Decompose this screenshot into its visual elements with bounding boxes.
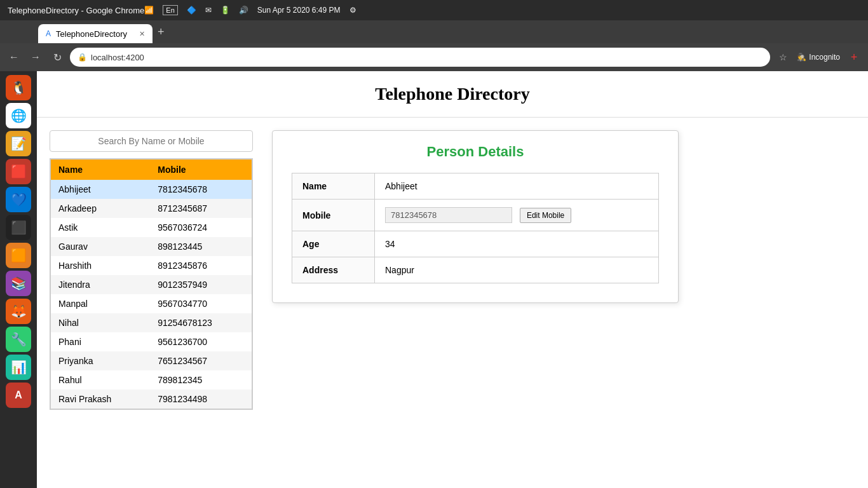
- details-card: Person Details Name Abhijeet Mobile: [272, 130, 679, 303]
- tab-title: TelephoneDirectory: [56, 29, 127, 39]
- titlebar-title: TelephoneDirectory - Google Chrome: [8, 6, 144, 15]
- address-label: Address: [292, 257, 375, 283]
- name-value: Abhijeet: [375, 173, 659, 200]
- table-cell-mobile: 789812345: [150, 370, 252, 390]
- address-bar: ← → ↻ 🔒 localhost:4200 ☆ 🕵 Incognito +: [0, 43, 868, 71]
- incognito-avatar: 🕵: [797, 53, 806, 62]
- incognito-button[interactable]: 🕵 Incognito: [797, 53, 840, 62]
- app1-icon[interactable]: 🟥: [6, 159, 31, 184]
- page-content: Telephone Directory Name Mobile A: [37, 71, 868, 488]
- terminal-icon[interactable]: ⬛: [6, 215, 31, 240]
- directory-table-wrapper: Name Mobile Abhijeet7812345678Arkadeep87…: [50, 158, 253, 410]
- add-button[interactable]: +: [845, 48, 863, 66]
- table-cell-name: Harshith: [51, 256, 151, 275]
- table-row[interactable]: Rahul789812345: [51, 370, 252, 390]
- table-cell-mobile: 8712345687: [150, 199, 252, 218]
- mobile-cell: Edit Mobile: [375, 200, 659, 231]
- table-cell-name: Rahul: [51, 370, 151, 390]
- bluetooth-icon: 🔷: [187, 6, 196, 15]
- table-body: Abhijeet7812345678Arkadeep8712345687Asti…: [51, 180, 252, 409]
- table-row[interactable]: Ravi Prakash7981234498: [51, 390, 252, 409]
- notes-icon[interactable]: 📝: [6, 131, 31, 156]
- address-box[interactable]: 🔒 localhost:4200: [70, 48, 770, 67]
- table-cell-mobile: 9012357949: [150, 275, 252, 294]
- table-cell-mobile: 9561236700: [150, 332, 252, 351]
- name-label: Name: [292, 173, 375, 200]
- age-label: Age: [292, 231, 375, 257]
- right-panel: Person Details Name Abhijeet Mobile: [272, 130, 679, 410]
- table-cell-mobile: 898123445: [150, 237, 252, 256]
- settings-icon: ⚙: [349, 6, 356, 15]
- app2-icon[interactable]: 🟧: [6, 243, 31, 268]
- table-cell-mobile: 7812345678: [150, 180, 252, 199]
- table-cell-mobile: 91254678123: [150, 313, 252, 332]
- lang-indicator: En: [163, 5, 177, 15]
- firefox-icon[interactable]: 🦊: [6, 299, 31, 324]
- tools-icon[interactable]: 🔧: [6, 327, 31, 352]
- mobile-input[interactable]: [385, 207, 512, 223]
- new-tab-button[interactable]: +: [153, 25, 170, 39]
- age-row: Age 34: [292, 231, 659, 257]
- table-row[interactable]: Priyanka7651234567: [51, 351, 252, 370]
- browser-tabbar: A TelephoneDirectory ✕ +: [0, 20, 868, 43]
- table-row[interactable]: Jitendra9012357949: [51, 275, 252, 294]
- table-cell-name: Abhijeet: [51, 180, 151, 199]
- edit-mobile-button[interactable]: Edit Mobile: [520, 208, 571, 223]
- datetime: Sun Apr 5 2020 6:49 PM: [257, 6, 341, 15]
- table-cell-name: Priyanka: [51, 351, 151, 370]
- active-tab[interactable]: A TelephoneDirectory ✕: [38, 24, 153, 43]
- table-header: Name Mobile: [51, 159, 252, 180]
- directory-table: Name Mobile Abhijeet7812345678Arkadeep87…: [50, 159, 252, 409]
- table-cell-name: Nihal: [51, 313, 151, 332]
- table-row[interactable]: Harshith8912345876: [51, 256, 252, 275]
- address-value: Nagpur: [375, 257, 659, 283]
- content-area: Name Mobile Abhijeet7812345678Arkadeep87…: [37, 118, 868, 423]
- reload-button[interactable]: ↻: [48, 48, 66, 66]
- app4-icon[interactable]: 📊: [6, 355, 31, 380]
- name-column-header: Name: [51, 159, 151, 180]
- volume-icon: 🔊: [239, 6, 248, 15]
- ubuntu-icon[interactable]: 🐧: [6, 75, 31, 100]
- search-input[interactable]: [50, 130, 253, 152]
- details-table: Name Abhijeet Mobile Edit Mobile: [292, 173, 659, 283]
- table-cell-name: Ravi Prakash: [51, 390, 151, 409]
- left-panel: Name Mobile Abhijeet7812345678Arkadeep87…: [50, 130, 253, 410]
- table-row[interactable]: Phani9561236700: [51, 332, 252, 351]
- bookmark-button[interactable]: ☆: [774, 48, 792, 66]
- age-value: 34: [375, 231, 659, 257]
- table-row[interactable]: Abhijeet7812345678: [51, 180, 252, 199]
- wifi-icon: 📶: [144, 6, 154, 15]
- app5-icon[interactable]: A: [6, 383, 31, 408]
- table-row[interactable]: Astik9567036724: [51, 218, 252, 237]
- table-cell-mobile: 9567036724: [150, 218, 252, 237]
- table-row[interactable]: Gaurav898123445: [51, 237, 252, 256]
- table-row[interactable]: Arkadeep8712345687: [51, 199, 252, 218]
- table-cell-mobile: 7651234567: [150, 351, 252, 370]
- table-cell-name: Jitendra: [51, 275, 151, 294]
- app3-icon[interactable]: 📚: [6, 271, 31, 296]
- page-title: Telephone Directory: [37, 84, 868, 104]
- tab-favicon: A: [46, 29, 51, 38]
- mobile-row: Mobile Edit Mobile: [292, 200, 659, 231]
- table-row[interactable]: Manpal9567034770: [51, 294, 252, 313]
- table-cell-name: Arkadeep: [51, 199, 151, 218]
- back-button[interactable]: ←: [5, 48, 23, 66]
- table-cell-mobile: 9567034770: [150, 294, 252, 313]
- browser-titlebar: TelephoneDirectory - Google Chrome 📶 En …: [0, 0, 868, 20]
- forward-button[interactable]: →: [27, 48, 44, 66]
- address-row: Address Nagpur: [292, 257, 659, 283]
- vscode-icon[interactable]: 💙: [6, 187, 31, 212]
- table-cell-name: Manpal: [51, 294, 151, 313]
- mobile-column-header: Mobile: [150, 159, 252, 180]
- table-cell-mobile: 8912345876: [150, 256, 252, 275]
- battery-icon: 🔋: [220, 6, 230, 15]
- tab-close-button[interactable]: ✕: [139, 30, 145, 38]
- chrome-icon[interactable]: 🌐: [6, 103, 31, 128]
- mobile-label: Mobile: [292, 200, 375, 231]
- application-dock: 🐧 🌐 📝 🟥 💙 ⬛ 🟧 📚 🦊 🔧 📊 A: [0, 71, 37, 488]
- incognito-label: Incognito: [809, 53, 840, 62]
- mail-icon: ✉: [205, 6, 212, 15]
- table-row[interactable]: Nihal91254678123: [51, 313, 252, 332]
- lock-icon: 🔒: [78, 53, 87, 62]
- browser-actions: ☆ 🕵 Incognito +: [774, 48, 863, 66]
